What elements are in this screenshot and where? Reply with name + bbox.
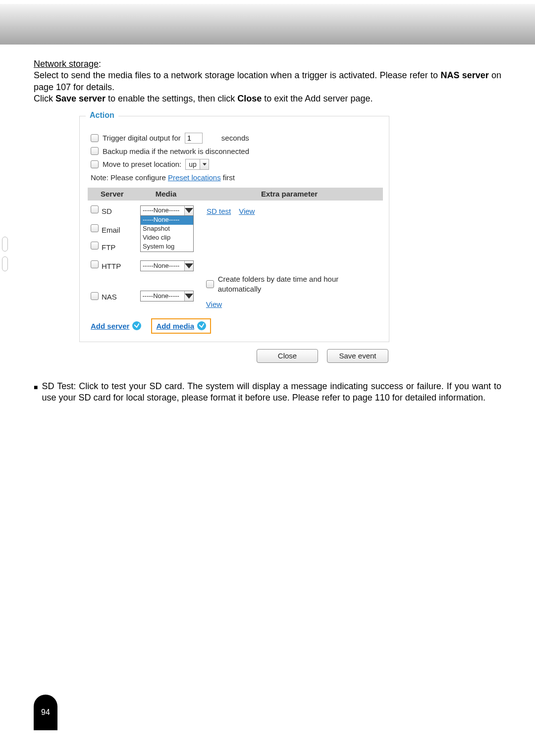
label-email: Email	[102, 224, 137, 235]
option-snapshot[interactable]: Snapshot	[141, 225, 193, 234]
save-event-button[interactable]: Save event	[327, 349, 388, 363]
bullet-icon: ■	[34, 383, 38, 404]
close-button[interactable]: Close	[257, 349, 318, 363]
link-sd-test[interactable]: SD test	[207, 206, 231, 216]
chevron-down-icon	[184, 261, 193, 271]
checkbox-trigger-output[interactable]	[91, 134, 99, 142]
label-move-preset: Move to preset location:	[103, 159, 181, 169]
option-video-clip[interactable]: Video clip	[141, 234, 193, 243]
plus-icon	[132, 321, 141, 330]
note-preset: Note: Please configure Preset locations …	[91, 173, 383, 183]
link-add-media[interactable]: Add media	[151, 318, 211, 334]
checkbox-move-preset[interactable]	[91, 160, 99, 168]
option-none[interactable]: -----None-----	[141, 216, 193, 225]
checkbox-email[interactable]	[91, 224, 99, 232]
select-sd-media[interactable]: -----None----- -----None----- Snapshot V…	[140, 205, 194, 252]
header-media: Media	[136, 189, 196, 199]
link-preset-locations[interactable]: Preset locations	[168, 173, 221, 182]
label-trigger-output-b: seconds	[221, 133, 249, 143]
link-sd-view[interactable]: View	[239, 206, 255, 216]
label-trigger-output-a: Trigger digital output for	[103, 133, 181, 143]
fieldset-legend: Action	[86, 110, 118, 121]
select-http-media[interactable]: -----None-----	[140, 260, 194, 271]
label-backup-media: Backup media if the network is disconnec…	[103, 147, 249, 156]
label-http: HTTP	[102, 260, 137, 271]
paragraph-sd-test: ■ SD Test: Click to test your SD card. T…	[34, 381, 501, 404]
header-server: Server	[101, 189, 136, 199]
page-binding-decoration	[0, 237, 11, 271]
checkbox-backup-media[interactable]	[91, 147, 99, 155]
checkbox-ftp[interactable]	[91, 242, 99, 250]
input-trigger-seconds[interactable]	[185, 133, 203, 144]
paragraph-intro-2: Click Save server to enable the settings…	[34, 93, 501, 104]
label-create-folders: Create folders by date time and hour aut…	[218, 274, 383, 294]
paragraph-intro-1: Select to send the media files to a netw…	[34, 70, 501, 93]
page-number: 94	[34, 695, 57, 730]
label-nas: NAS	[102, 291, 137, 302]
chevron-down-icon	[184, 206, 193, 215]
checkbox-sd[interactable]	[91, 205, 99, 213]
select-nas-media[interactable]: -----None-----	[140, 291, 194, 302]
header-extra: Extra parameter	[196, 189, 383, 199]
page-header-gradient	[0, 0, 535, 45]
table-header: Server Media Extra parameter	[88, 188, 383, 201]
select-preset-location[interactable]: up	[185, 159, 209, 170]
link-nas-view[interactable]: View	[206, 300, 383, 309]
heading-network-storage: Network storage	[34, 59, 99, 69]
plus-icon	[197, 321, 206, 330]
chevron-down-icon	[200, 159, 209, 169]
action-panel: Action Trigger digital output for second…	[79, 116, 389, 363]
option-system-log[interactable]: System log	[141, 243, 193, 252]
link-add-server[interactable]: Add server	[91, 321, 141, 331]
paragraph-network-storage: Network storage:	[34, 58, 501, 70]
checkbox-nas[interactable]	[91, 292, 99, 300]
checkbox-http[interactable]	[91, 260, 99, 268]
label-ftp: FTP	[102, 242, 137, 252]
checkbox-create-folders[interactable]	[206, 280, 214, 288]
label-sd: SD	[102, 205, 137, 216]
chevron-down-icon	[184, 291, 193, 301]
